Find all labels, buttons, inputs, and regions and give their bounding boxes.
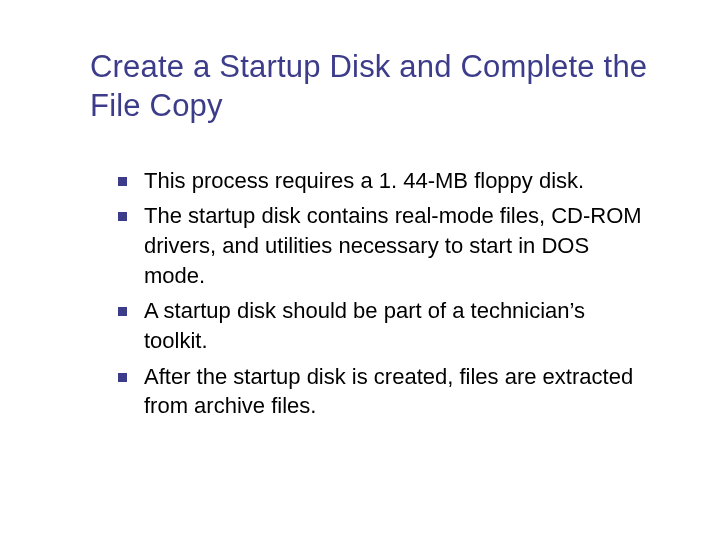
- list-item-text: A startup disk should be part of a techn…: [144, 298, 585, 353]
- square-bullet-icon: [118, 177, 127, 186]
- list-item: After the startup disk is created, files…: [118, 362, 650, 421]
- square-bullet-icon: [118, 373, 127, 382]
- list-item-text: The startup disk contains real-mode file…: [144, 203, 642, 287]
- slide: Create a Startup Disk and Complete the F…: [0, 0, 720, 540]
- slide-title: Create a Startup Disk and Complete the F…: [90, 48, 650, 126]
- square-bullet-icon: [118, 307, 127, 316]
- list-item: A startup disk should be part of a techn…: [118, 296, 650, 355]
- list-item: The startup disk contains real-mode file…: [118, 201, 650, 290]
- square-bullet-icon: [118, 212, 127, 221]
- list-item: This process requires a 1. 44-MB floppy …: [118, 166, 650, 196]
- bullet-list: This process requires a 1. 44-MB floppy …: [90, 166, 650, 422]
- list-item-text: After the startup disk is created, files…: [144, 364, 633, 419]
- list-item-text: This process requires a 1. 44-MB floppy …: [144, 168, 584, 193]
